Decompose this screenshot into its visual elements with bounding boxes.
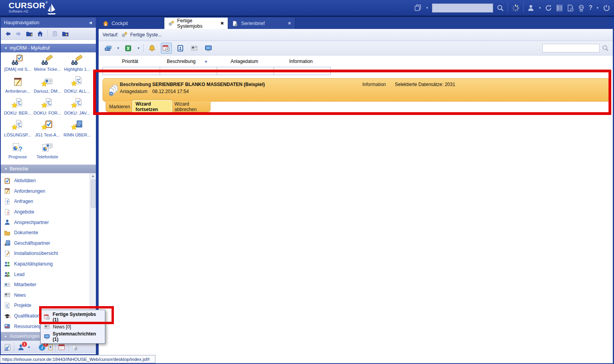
scrollbar-thumb[interactable] — [91, 179, 96, 208]
sidebar-scrollbar[interactable]: ▲ ▼ — [90, 173, 96, 332]
help-dropdown-icon[interactable]: ▼ — [596, 6, 599, 10]
reminder-button[interactable] — [147, 43, 158, 54]
tab-cockpit[interactable]: Cockpit — [99, 18, 164, 29]
sidebar-item-dokumente[interactable]: Dokumente — [4, 228, 90, 238]
wizard-fortsetzen-button[interactable]: Wizard fortsetzen — [132, 100, 172, 113]
info-notifications-button[interactable]: 2 — [38, 344, 46, 351]
mycrm-item-meine-tickets[interactable]: Meine Ticke... — [32, 54, 62, 75]
calendar-icon[interactable] — [58, 344, 65, 351]
column-header-prioritaet[interactable]: Priorität — [103, 59, 158, 65]
sidebar-item-kapazitaetsplanung[interactable]: Kapazitätsplanung — [4, 259, 90, 269]
wizard-abbrechen-button[interactable]: Wizard abbrechen — [175, 101, 207, 112]
user-notifications-button[interactable]: 1 — [17, 344, 25, 351]
close-icon[interactable]: ✖ — [221, 21, 224, 25]
info-notifications-dropdown-icon[interactable]: ▼ — [49, 345, 52, 350]
search-icon[interactable] — [602, 45, 609, 52]
user-icon[interactable] — [527, 4, 535, 12]
systemjob-row[interactable]: Beschreibung SERIENBRIEF BLANKO MASSENDA… — [103, 78, 610, 102]
sidebar-item-anfragen[interactable]: Anfragen — [4, 196, 90, 207]
help-button[interactable]: ? — [589, 4, 592, 11]
star-card-icon — [41, 76, 54, 88]
tab-fertige-systemjobs[interactable]: Fertige Systemjobs ✖ — [164, 18, 228, 29]
notepad-icon — [11, 76, 24, 88]
mycrm-section-header[interactable]: ▼ myCRM - MyAufruf — [1, 44, 96, 52]
sidebar-item-ansprechpartner[interactable]: Ansprechpartner — [4, 217, 90, 228]
markieren-button[interactable]: Markieren — [109, 104, 130, 109]
systemjobs-view-button[interactable] — [161, 43, 172, 54]
mycrm-item-dariusz[interactable]: Dariusz, DM... — [32, 76, 62, 97]
column-header-beschreibung[interactable]: Beschreibung▼ — [160, 59, 215, 65]
sidebar-item-installationsuebersicht[interactable]: Installationsübersicht — [4, 248, 90, 259]
binoculars-ticket-icon — [70, 54, 84, 66]
open-items-icon[interactable] — [4, 344, 11, 351]
column-header-information[interactable]: Information — [274, 59, 328, 65]
auswertungen-header-label: Auswertungen — [10, 334, 40, 339]
filter-input-prioritaet[interactable] — [103, 67, 160, 75]
tab-serienbrief[interactable]: Serienbrief ✖ — [228, 18, 295, 29]
mycrm-item-doku-jav[interactable]: DOKU: JAV... — [62, 98, 92, 119]
binoculars-ticket-icon — [41, 54, 54, 66]
mycrm-item-doku-all[interactable]: DOKU: ALL... — [62, 76, 92, 97]
news-button[interactable] — [189, 43, 200, 54]
sidebar-item-angebote[interactable]: Angebote — [4, 207, 90, 217]
excel-export-button[interactable] — [123, 43, 134, 54]
column-header-anlagedatum[interactable]: Anlagedatum — [217, 59, 272, 65]
calendar-clock-icon — [44, 314, 50, 320]
mycrm-item-telefonliste[interactable]: Telefonliste — [32, 142, 62, 163]
sidebar-item-anforderungen[interactable]: Anforderungen — [4, 186, 90, 197]
table-view-dropdown-icon[interactable]: ▼ — [117, 47, 120, 50]
globe-link-icon[interactable] — [578, 4, 585, 12]
filter-input-information[interactable] — [274, 67, 331, 75]
user-dropdown-icon[interactable]: ▼ — [538, 6, 541, 10]
sidebar-item-lead[interactable]: Lead — [4, 269, 90, 280]
power-icon[interactable] — [603, 4, 610, 12]
server-icon[interactable] — [556, 4, 563, 12]
sidebar-item-projekte[interactable]: Projekte — [4, 300, 90, 311]
mycrm-item-jg1-test[interactable]: JG1 Test-A... — [32, 120, 62, 141]
folder-up-icon[interactable] — [26, 30, 33, 37]
sidebar-item-mitarbeiter[interactable]: Mitarbeiter — [4, 280, 90, 290]
mycrm-item-dma[interactable]: [DMA] mit S... — [3, 54, 32, 75]
mycrm-item-loesungsp[interactable]: LÖSUNGSP... — [3, 120, 32, 141]
mycrm-item-anforderungen[interactable]: Anforderun... — [3, 76, 32, 97]
popup-item-fertige-systemjobs[interactable]: Fertige Systemjobs (1) — [41, 312, 105, 323]
window-stack-dropdown-icon[interactable]: ▼ — [425, 6, 429, 10]
sidebar-item-geschaeftspartner[interactable]: Geschäftspartner — [4, 238, 90, 249]
mycrm-item-highlights[interactable]: Highlights 1... — [62, 54, 92, 75]
mycrm-item-doku-for[interactable]: DOKU: FOR... — [32, 98, 62, 119]
filter-input-anlagedatum[interactable] — [217, 67, 274, 75]
window-stack-icon[interactable] — [414, 4, 422, 12]
mycrm-item-doku-ber[interactable]: DOKU: BER... — [3, 98, 32, 119]
popup-item-news[interactable]: News [0] — [41, 324, 105, 330]
global-search-input[interactable] — [432, 4, 493, 13]
list-search-input[interactable] — [542, 44, 600, 52]
back-icon[interactable] — [5, 30, 11, 37]
sidebar-item-news[interactable]: News — [4, 290, 90, 301]
bereiche-section-header[interactable]: ▼ Bereiche — [1, 165, 96, 173]
document-gear-icon[interactable] — [71, 344, 78, 351]
clipboard-icon[interactable] — [52, 30, 58, 37]
folder-add-icon[interactable] — [62, 30, 69, 37]
folder-icon — [4, 230, 11, 236]
excel-export-dropdown-icon[interactable]: ▼ — [137, 47, 140, 50]
user-notifications-dropdown-icon[interactable]: ▼ — [27, 346, 31, 349]
mycrm-item-prognose[interactable]: ?Prognose — [3, 142, 32, 163]
scroll-up-icon[interactable]: ▲ — [90, 173, 96, 179]
breadcrumb[interactable]: Fertige Syste... — [130, 32, 162, 38]
home-icon[interactable] — [37, 30, 43, 37]
forward-icon[interactable] — [15, 30, 22, 37]
refresh-icon[interactable] — [545, 4, 552, 12]
table-view-button[interactable] — [103, 43, 113, 54]
sidebar-item-aktivitaeten[interactable]: Aktivitäten — [4, 176, 90, 186]
application-window: CURSOR® Software AG ▼ ▼ ? ▼ Hauptnavigat… — [0, 0, 614, 364]
addressbook-button[interactable] — [175, 43, 186, 54]
system-messages-button[interactable] — [203, 43, 214, 54]
close-icon[interactable]: ✖ — [288, 21, 291, 25]
popup-item-systemnachrichten[interactable]: Systemnachrichten (1) — [41, 331, 105, 342]
filter-input-beschreibung[interactable] — [160, 67, 217, 75]
mycrm-item-rinn[interactable]: RINN ÜBER... — [62, 120, 92, 141]
document-check-icon[interactable] — [567, 4, 574, 12]
cursor-logo: CURSOR® Software AG — [9, 1, 48, 13]
search-icon[interactable] — [497, 4, 504, 12]
sidebar-collapse-icon[interactable]: ◄ — [88, 20, 93, 25]
